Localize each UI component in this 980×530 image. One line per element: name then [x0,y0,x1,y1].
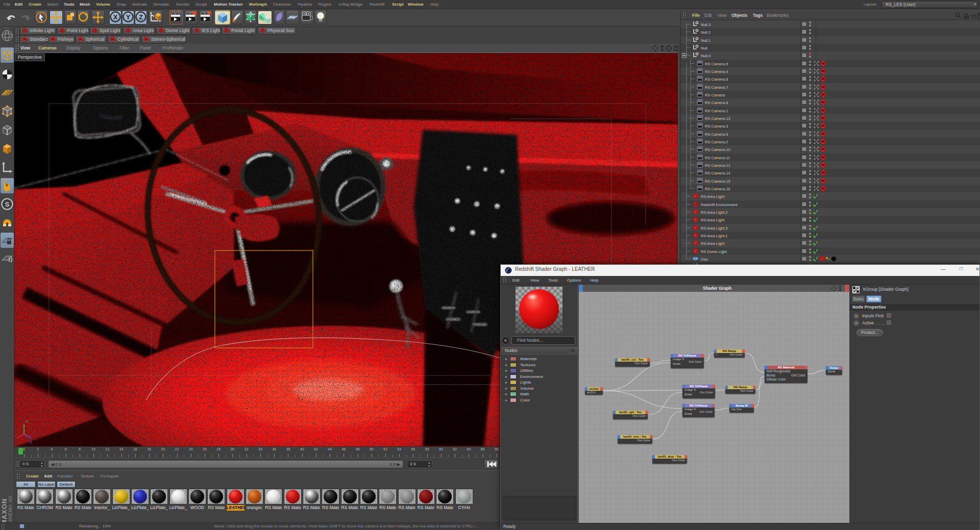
svg-text:Y: Y [26,419,29,424]
svg-text:Y: Y [126,13,131,21]
svg-text:Z: Z [139,13,143,21]
svg-text:X: X [14,434,17,438]
svg-text:X: X [113,13,118,21]
svg-text:Z: Z [30,440,32,444]
svg-text:S: S [5,200,10,208]
